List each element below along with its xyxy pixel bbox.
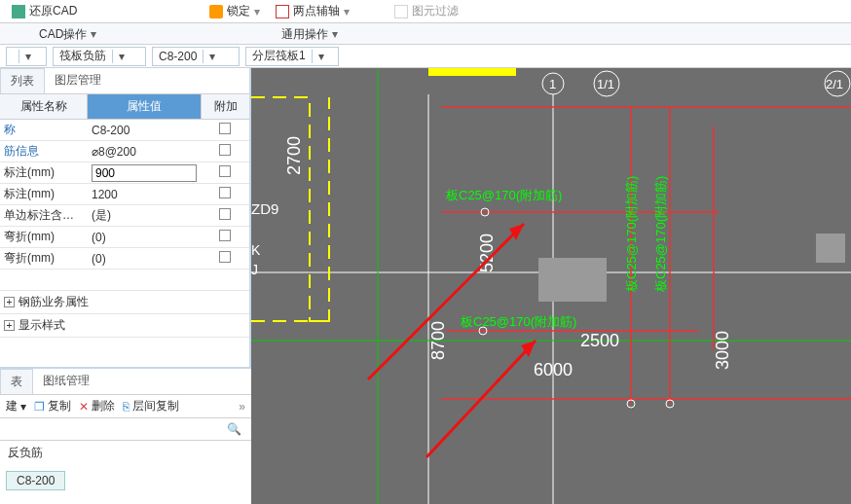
checkbox[interactable]: [219, 251, 231, 263]
tab-layer-manage[interactable]: 图层管理: [45, 68, 111, 93]
header-prop-add: 附加: [201, 94, 249, 119]
layer-copy-button[interactable]: ⎘层间复制: [123, 398, 179, 414]
svg-text:2/1: 2/1: [826, 77, 843, 91]
selector-rebar-spec[interactable]: C8-200▾: [152, 47, 240, 66]
prop-row[interactable]: 单边标注含…(是): [0, 205, 249, 227]
prop-row[interactable]: 称C8-200: [0, 120, 249, 141]
svg-rect-33: [816, 234, 845, 263]
section-display-style[interactable]: +显示样式: [0, 314, 249, 338]
prop-row[interactable]: 弯折(mm)(0): [0, 248, 249, 270]
element-filter-button: 图元过滤: [387, 1, 466, 22]
header-prop-name: 属性名称: [0, 94, 88, 119]
svg-text:6000: 6000: [534, 360, 573, 379]
prop-row[interactable]: 标注(mm): [0, 162, 249, 184]
svg-text:2700: 2700: [284, 136, 304, 175]
selector-1[interactable]: ▾: [6, 47, 47, 66]
checkbox[interactable]: [219, 123, 231, 134]
tab-drawing-manage[interactable]: 图纸管理: [33, 369, 99, 394]
svg-text:K: K: [251, 242, 261, 258]
copy-button[interactable]: ❐复制: [34, 398, 71, 414]
section-rebar-business[interactable]: +钢筋业务属性: [0, 291, 249, 314]
svg-text:1/1: 1/1: [597, 77, 614, 91]
svg-text:板C25@170(附加筋): 板C25@170(附加筋): [445, 188, 562, 202]
cad-ops-tab[interactable]: CAD操作▾: [0, 23, 135, 44]
checkbox[interactable]: [219, 187, 231, 198]
selector-element-type[interactable]: 筏板负筋▾: [53, 47, 146, 66]
checkbox[interactable]: [219, 208, 231, 220]
header-prop-value[interactable]: 属性值: [88, 94, 201, 119]
drawing-canvas[interactable]: 1 1/1 2/1 ZD9 K J 2700 板C25@170(附加筋) 板C2…: [251, 68, 851, 504]
tab-property-list[interactable]: 列表: [0, 68, 45, 93]
svg-text:8700: 8700: [428, 321, 448, 360]
search-box[interactable]: 🔍: [0, 418, 251, 441]
list-item[interactable]: 反负筋: [0, 441, 251, 465]
prop-row[interactable]: 弯折(mm)(0): [0, 227, 249, 248]
svg-rect-11: [428, 68, 516, 76]
general-ops-tab[interactable]: 通用操作▾: [242, 23, 377, 44]
search-icon: 🔍: [227, 422, 247, 436]
more-button[interactable]: »: [239, 400, 245, 414]
delete-button[interactable]: ✕删除: [79, 398, 115, 414]
rebar-tag[interactable]: C8-200: [6, 471, 65, 490]
prop-row[interactable]: 标注(mm)1200: [0, 184, 249, 205]
svg-rect-32: [538, 258, 607, 302]
selector-layer[interactable]: 分层筏板1▾: [245, 47, 339, 66]
svg-text:J: J: [251, 262, 258, 277]
svg-text:1: 1: [549, 77, 556, 91]
prop-row[interactable]: 筋信息⌀8@200: [0, 141, 249, 162]
checkbox[interactable]: [219, 165, 231, 177]
prop-row-empty: [0, 270, 249, 291]
two-point-axis-button[interactable]: 两点辅轴▾: [268, 1, 357, 22]
restore-cad-button[interactable]: 还原CAD: [4, 1, 85, 22]
svg-text:3000: 3000: [713, 331, 732, 370]
checkbox[interactable]: [219, 230, 231, 241]
checkbox[interactable]: [219, 144, 231, 156]
new-button[interactable]: 建 ▾: [6, 398, 26, 414]
tab-list-lower[interactable]: 表: [0, 369, 33, 394]
svg-text:板C25@170(附加筋): 板C25@170(附加筋): [653, 176, 668, 293]
svg-text:ZD9: ZD9: [251, 200, 278, 217]
annotation-input[interactable]: [92, 164, 197, 182]
svg-text:板C25@170(附加筋): 板C25@170(附加筋): [460, 314, 576, 329]
svg-text:板C25@170(附加筋): 板C25@170(附加筋): [624, 176, 639, 293]
lock-button[interactable]: 锁定▾: [202, 1, 268, 22]
svg-text:2500: 2500: [580, 331, 619, 350]
